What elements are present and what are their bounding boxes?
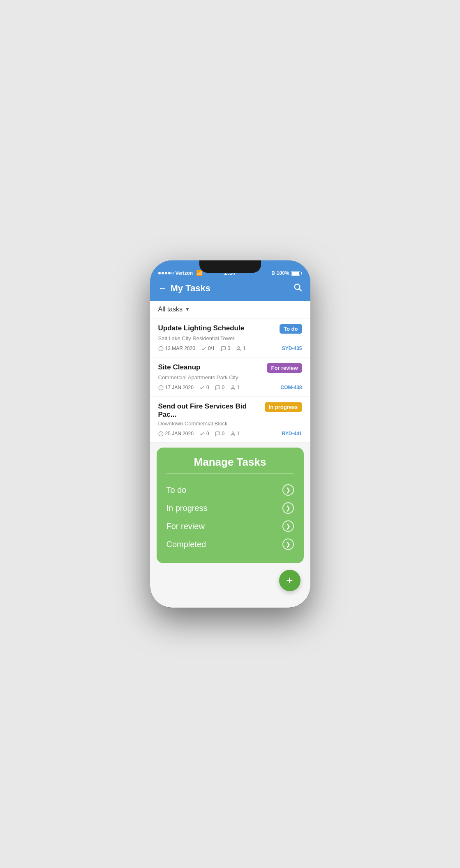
manage-task-forreview[interactable]: For review ❯ xyxy=(166,517,294,535)
svg-line-1 xyxy=(299,289,301,291)
task-comments-3: 0 xyxy=(215,431,225,436)
task-badge-1: To do xyxy=(280,324,302,334)
task-badge-2: For review xyxy=(267,363,302,373)
task-badge-3: In progress xyxy=(265,402,302,412)
task-title-3: Send out Fire Services Bid Pac... xyxy=(158,402,261,419)
fab-container: + xyxy=(150,563,310,598)
task-comments-text-1: 0 xyxy=(228,346,231,351)
task-title-1: Update Lighting Schedule xyxy=(158,324,276,332)
check-icon-3 xyxy=(199,431,205,436)
battery-percent: 100% xyxy=(277,270,289,276)
clock-icon-3 xyxy=(158,431,164,436)
svg-point-7 xyxy=(232,432,234,433)
task-title-2: Site Cleanup xyxy=(158,363,263,371)
manage-task-completed[interactable]: Completed ❯ xyxy=(166,535,294,553)
signal-dot-4 xyxy=(168,272,171,274)
carrier-label: Verizon xyxy=(176,270,193,276)
task-people-text-1: 1 xyxy=(243,346,246,351)
task-checks-text-2: 0 xyxy=(206,385,209,390)
task-subtitle-1: Salt Lake City Residential Tower xyxy=(158,335,302,341)
task-checks-text-3: 0 xyxy=(206,431,209,436)
battery-body xyxy=(291,271,300,276)
task-comments-text-3: 0 xyxy=(222,431,225,436)
back-button[interactable]: ← xyxy=(158,283,167,294)
spacer xyxy=(150,443,310,448)
manage-task-completed-label: Completed xyxy=(166,540,206,549)
battery-icon xyxy=(291,271,302,276)
manage-task-todo-label: To do xyxy=(166,485,187,495)
task-meta-1: 13 MAR 2020 0/1 0 1 SYD-435 xyxy=(158,346,302,351)
filter-row[interactable]: All tasks ▼ xyxy=(150,301,310,318)
task-list: Update Lighting Schedule To do Salt Lake… xyxy=(150,318,310,443)
page-title: My Tasks xyxy=(171,283,210,294)
manage-task-forreview-label: For review xyxy=(166,522,205,531)
person-icon-3 xyxy=(230,431,236,436)
add-task-button[interactable]: + xyxy=(279,570,301,591)
filter-label: All tasks xyxy=(158,306,183,313)
task-checks-1: 0/1 xyxy=(201,346,215,351)
task-people-text-3: 1 xyxy=(237,431,240,436)
comment-icon-1 xyxy=(221,346,226,351)
manage-task-inprogress[interactable]: In progress ❯ xyxy=(166,499,294,517)
person-icon-1 xyxy=(236,346,241,351)
task-people-text-2: 1 xyxy=(237,385,240,390)
inprogress-arrow-icon: ❯ xyxy=(282,502,294,514)
task-comments-2: 0 xyxy=(215,385,225,390)
task-people-3: 1 xyxy=(230,431,240,436)
task-meta-3: 25 JAN 2020 0 0 1 RYD-441 xyxy=(158,431,302,436)
task-header-2: Site Cleanup For review xyxy=(158,363,302,373)
task-header-1: Update Lighting Schedule To do xyxy=(158,324,302,334)
bluetooth-icon: B xyxy=(271,270,275,276)
comment-icon-3 xyxy=(215,431,220,436)
signal-dot-1 xyxy=(158,272,161,274)
battery-fill xyxy=(292,272,299,275)
task-item-3[interactable]: Send out Fire Services Bid Pac... In pro… xyxy=(150,397,310,443)
manage-tasks-panel: Manage Tasks To do ❯ In progress ❯ For r… xyxy=(157,448,304,563)
task-checks-text-1: 0/1 xyxy=(208,346,215,351)
search-button[interactable] xyxy=(293,283,302,294)
svg-point-3 xyxy=(238,346,240,348)
svg-point-5 xyxy=(232,385,234,387)
task-date-text-3: 25 JAN 2020 xyxy=(165,431,194,436)
signal-dot-5 xyxy=(171,272,174,274)
task-comments-text-2: 0 xyxy=(222,385,225,390)
task-header-3: Send out Fire Services Bid Pac... In pro… xyxy=(158,402,302,419)
task-date-text-1: 13 MAR 2020 xyxy=(165,346,195,351)
forreview-arrow-icon: ❯ xyxy=(282,520,294,532)
header-left: ← My Tasks xyxy=(158,283,210,294)
manage-task-inprogress-label: In progress xyxy=(166,504,208,513)
completed-arrow-icon: ❯ xyxy=(282,538,294,550)
comment-icon-2 xyxy=(215,385,220,390)
task-item-1[interactable]: Update Lighting Schedule To do Salt Lake… xyxy=(150,318,310,357)
task-date-text-2: 17 JAN 2020 xyxy=(165,385,194,390)
person-icon-2 xyxy=(230,385,236,390)
check-icon-2 xyxy=(199,385,205,390)
signal-dots xyxy=(158,272,174,274)
clock-icon-2 xyxy=(158,385,164,390)
todo-arrow-icon: ❯ xyxy=(282,484,294,496)
task-date-1: 13 MAR 2020 xyxy=(158,346,195,351)
manage-task-todo[interactable]: To do ❯ xyxy=(166,481,294,499)
task-comments-1: 0 xyxy=(221,346,231,351)
manage-tasks-title: Manage Tasks xyxy=(166,456,294,469)
status-right: B 100% xyxy=(271,270,302,276)
task-checks-2: 0 xyxy=(199,385,209,390)
manage-tasks-divider xyxy=(166,473,294,474)
status-left: Verizon 📶 xyxy=(158,270,203,276)
signal-dot-2 xyxy=(162,272,164,274)
task-date-3: 25 JAN 2020 xyxy=(158,431,194,436)
task-item-2[interactable]: Site Cleanup For review Commercial Apart… xyxy=(150,357,310,397)
clock-icon-1 xyxy=(158,346,164,351)
app-header: ← My Tasks xyxy=(150,279,310,301)
check-icon-1 xyxy=(201,346,206,351)
task-checks-3: 0 xyxy=(199,431,209,436)
dropdown-arrow-icon: ▼ xyxy=(185,306,190,312)
task-people-2: 1 xyxy=(230,385,240,390)
task-id-2: COM-438 xyxy=(280,385,302,390)
task-id-1: SYD-435 xyxy=(282,346,302,351)
task-id-3: RYD-441 xyxy=(282,431,302,436)
phone-frame: Verizon 📶 1:57 B 100% ← My Tasks xyxy=(150,260,310,608)
task-subtitle-2: Commercial Apartments Park City xyxy=(158,374,302,381)
task-meta-2: 17 JAN 2020 0 0 1 COM-438 xyxy=(158,385,302,390)
battery-tip xyxy=(301,272,302,274)
